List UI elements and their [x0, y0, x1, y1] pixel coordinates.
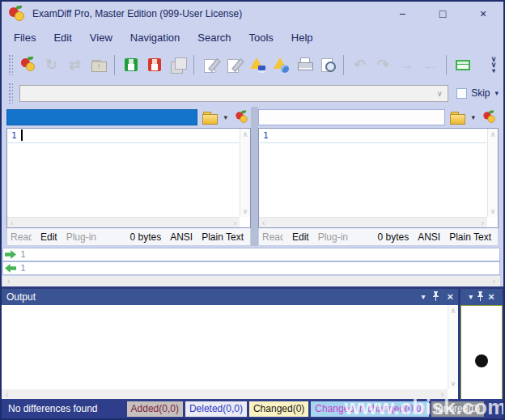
output-panel-buttons: ▾ ×	[421, 291, 453, 303]
toolbar-publish-differences-button[interactable]	[269, 53, 292, 77]
scroll-up-icon[interactable]: ∧	[490, 130, 496, 138]
merge-hscrollbar[interactable]: ‹ ›	[2, 276, 500, 286]
toolbar-grip[interactable]	[8, 54, 13, 75]
merge-line-number: 1	[20, 263, 26, 274]
left-path-field[interactable]	[6, 109, 197, 125]
left-pane: ▾ 1 ∧ ∨ ‹ ›	[6, 107, 251, 246]
right-status-encoding[interactable]: ANSI	[418, 231, 440, 243]
close-button[interactable]: ×	[463, 2, 503, 26]
right-status-plugin[interactable]: Plug-in	[318, 231, 348, 243]
right-editor[interactable]: 1 ∧ ∨ ‹ ›	[258, 128, 499, 228]
left-pane-statusbar: Read Edit Plug-in 0 bytes ANSI Plain Tex…	[6, 228, 251, 246]
left-editor-vscrollbar[interactable]: ∧ ∨	[240, 129, 250, 217]
toolbar-edit-second-file-button[interactable]	[222, 53, 245, 77]
scroll-left-icon[interactable]: ‹	[7, 277, 10, 286]
right-pane: ▾ 1 ∧ ∨ ‹ › Read	[258, 107, 499, 246]
toolbar-save-second-file-button[interactable]	[142, 53, 166, 77]
toolbar-print-preview-button[interactable]	[316, 53, 339, 77]
toolbar-save-differences-button[interactable]	[245, 53, 269, 77]
panel-menu-icon[interactable]: ▾	[469, 293, 473, 301]
menu-tools[interactable]: Tools	[240, 28, 282, 47]
left-status-plugin[interactable]: Plug-in	[66, 231, 96, 243]
filterbar-grip[interactable]	[8, 83, 13, 104]
toolbar-save-first-file-button[interactable]	[119, 53, 142, 77]
scroll-left-icon[interactable]: ‹	[262, 218, 265, 227]
toolbar-undo-button: ↶	[348, 53, 371, 77]
statistics-body	[460, 305, 503, 400]
close-panel-icon[interactable]: ×	[488, 293, 494, 301]
edit-icon	[225, 56, 243, 74]
save-red-icon	[146, 56, 163, 74]
left-status-format[interactable]: Plain Text	[202, 231, 244, 243]
merge-row-first[interactable]: 1	[2, 248, 500, 261]
scroll-down-icon[interactable]: ∨	[451, 380, 456, 388]
scroll-left-icon[interactable]: ‹	[6, 390, 8, 399]
current-line-underline	[260, 142, 486, 143]
close-panel-icon[interactable]: ×	[447, 293, 453, 301]
scroll-right-icon[interactable]: ›	[441, 390, 443, 399]
output-vscrollbar[interactable]: ∧ ∨	[448, 305, 458, 389]
scroll-down-icon[interactable]: ∨	[490, 207, 496, 215]
skip-checkbox[interactable]	[456, 88, 467, 99]
scroll-left-icon[interactable]: ‹	[11, 218, 13, 227]
toolbar-print-button[interactable]	[292, 53, 316, 77]
right-status-format[interactable]: Plain Text	[449, 231, 491, 243]
copy-to-right-icon[interactable]	[5, 250, 16, 259]
right-browse-dropdown-icon[interactable]: ▾	[469, 113, 477, 121]
toolbar-overflow-button[interactable]: ∨ ∨ ▾	[487, 57, 500, 74]
left-status-encoding[interactable]: ANSI	[170, 231, 193, 243]
skip-label: Skip	[471, 87, 490, 99]
swap-icon: ⇄	[66, 56, 84, 74]
left-editor-hscrollbar[interactable]: ‹ ›	[7, 217, 240, 227]
leaf-icon	[16, 6, 22, 9]
maximize-button[interactable]: □	[422, 2, 463, 26]
toolbar-separator	[446, 55, 447, 75]
toolbar-edit-first-file-button[interactable]	[198, 53, 222, 77]
scroll-up-icon[interactable]: ∧	[451, 307, 456, 315]
menu-navigation[interactable]: Navigation	[121, 28, 189, 47]
left-line-number: 1	[11, 130, 17, 141]
menu-search[interactable]: Search	[189, 28, 240, 47]
left-browse-button[interactable]	[202, 111, 218, 124]
statistics-panel-buttons: ▾ ×	[469, 291, 494, 303]
pin-icon[interactable]	[432, 291, 439, 303]
left-status-edit[interactable]: Edit	[40, 231, 57, 243]
statistics-panel-header: ▾ ×	[460, 289, 503, 305]
filter-combobox[interactable]: ∨	[19, 85, 448, 102]
right-browse-button[interactable]	[449, 111, 465, 124]
menu-help[interactable]: Help	[282, 28, 322, 47]
minimize-button[interactable]: −	[382, 2, 422, 26]
right-editor-hscrollbar[interactable]: ‹ ›	[259, 217, 487, 227]
scroll-right-icon[interactable]: ›	[234, 218, 236, 227]
pane-splitter[interactable]	[251, 107, 258, 246]
copy-to-left-icon[interactable]	[5, 264, 16, 273]
right-status-edit[interactable]: Edit	[292, 231, 309, 243]
status-message: No differences found	[8, 403, 98, 414]
skip-dropdown-icon[interactable]: ▾	[494, 89, 499, 97]
right-editor-vscrollbar[interactable]: ∧ ∨	[487, 129, 498, 217]
window-title: ExamDiff Pro, Master Edition (999-User L…	[32, 8, 242, 19]
skip-group: Skip ▾	[448, 87, 503, 99]
left-compare-button[interactable]	[235, 110, 250, 125]
merge-line-number: 1	[20, 249, 26, 260]
frame-icon	[456, 60, 470, 70]
toolbar-separator	[193, 55, 194, 75]
combobox-dropdown-icon[interactable]: ∨	[431, 89, 448, 98]
right-path-field[interactable]	[258, 109, 445, 125]
scroll-down-icon[interactable]: ∨	[243, 207, 248, 215]
left-browse-dropdown-icon[interactable]: ▾	[222, 113, 229, 121]
merge-row-second[interactable]: 1	[2, 261, 500, 275]
output-panel: Output ▾ × ∧ ∨	[2, 289, 458, 400]
menu-files[interactable]: Files	[5, 28, 45, 47]
scroll-right-icon[interactable]: ›	[493, 277, 495, 286]
toolbar-single-pane-view-button[interactable]	[451, 53, 474, 77]
scroll-up-icon[interactable]: ∧	[243, 130, 248, 138]
panel-menu-icon[interactable]: ▾	[421, 293, 425, 301]
right-compare-button[interactable]	[482, 110, 498, 125]
pin-icon[interactable]	[477, 291, 484, 303]
toolbar-compare-button[interactable]	[16, 53, 40, 77]
menu-view[interactable]: View	[81, 28, 121, 47]
menu-edit[interactable]: Edit	[45, 28, 80, 47]
scroll-right-icon[interactable]: ›	[482, 218, 484, 227]
left-editor[interactable]: 1 ∧ ∨ ‹ ›	[6, 128, 251, 228]
